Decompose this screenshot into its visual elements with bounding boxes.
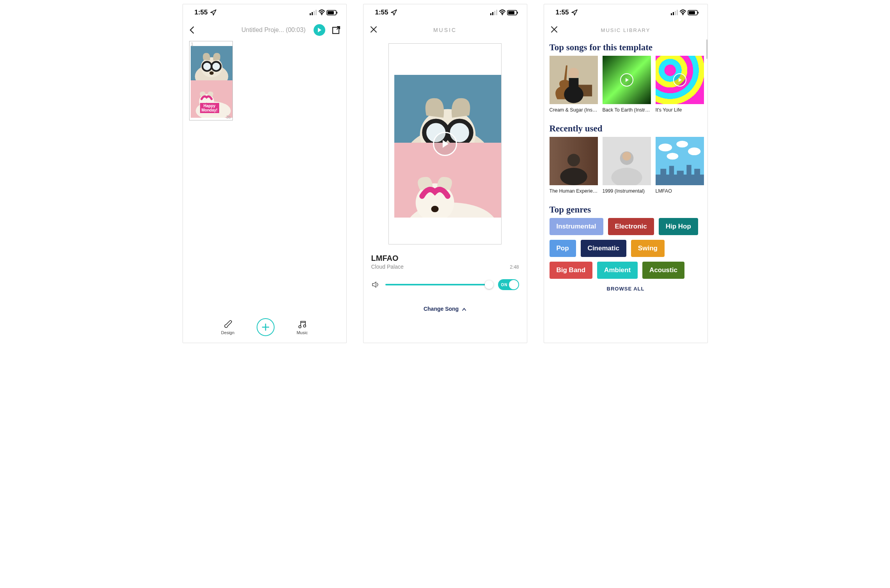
tile-caption: Back To Earth (Instru...	[603, 107, 651, 113]
svg-point-38	[667, 153, 678, 159]
svg-point-33	[622, 152, 631, 160]
status-indicators-icon	[671, 9, 700, 16]
export-icon[interactable]	[332, 25, 341, 35]
song-title: LMFAO	[371, 254, 404, 263]
thumb-image-bottom: Happy Monday!	[191, 80, 232, 118]
back-icon[interactable]	[188, 26, 196, 34]
svg-point-20	[299, 326, 301, 328]
status-time: 1:55	[375, 9, 388, 16]
genre-pill[interactable]: Pop	[550, 240, 576, 257]
svg-rect-44	[694, 169, 700, 177]
tile-caption: 1999 (Instrumental)	[603, 188, 651, 194]
music-header-title: MUSIC	[433, 27, 457, 33]
recent-song-tile[interactable]: 1999 (Instrumental)	[603, 137, 651, 194]
svg-rect-26	[569, 78, 578, 92]
library-header-title: MUSIC LIBRARY	[601, 27, 651, 33]
svg-rect-43	[686, 165, 691, 177]
design-tab[interactable]: Design	[221, 319, 234, 335]
tile-caption: LMFAO	[656, 188, 704, 194]
close-button[interactable]	[370, 26, 378, 35]
svg-point-21	[303, 325, 306, 327]
volume-slider[interactable]	[385, 284, 493, 285]
section-recent: Recently used	[550, 124, 702, 134]
music-tab[interactable]: Music	[296, 319, 308, 335]
svg-point-37	[688, 147, 700, 155]
genre-pill[interactable]: Hip Hop	[659, 218, 698, 235]
play-icon	[677, 77, 683, 83]
section-genres: Top genres	[550, 205, 702, 215]
location-icon	[571, 9, 578, 16]
top-song-tile[interactable]: Cream & Sugar (Instru...	[550, 56, 598, 113]
status-time: 1:55	[556, 9, 569, 16]
plus-icon	[261, 323, 270, 331]
happy-banner: Happy Monday!	[200, 103, 219, 113]
album-art	[550, 137, 598, 185]
tile-play-button[interactable]	[673, 73, 686, 87]
chevron-up-icon	[462, 307, 466, 311]
editor-header: Untitled Proje... (00:03)	[183, 21, 346, 39]
music-header: MUSIC	[363, 21, 527, 39]
svg-point-28	[560, 168, 587, 185]
genre-pill[interactable]: Ambient	[597, 262, 638, 279]
project-title: Untitled Proje... (00:03)	[241, 27, 306, 33]
library-header: MUSIC LIBRARY	[544, 21, 707, 39]
volume-icon[interactable]	[371, 280, 380, 289]
clip-duration: 3s	[226, 115, 231, 119]
clip-thumbnail[interactable]: 1 Happy Monday! 3s	[189, 41, 233, 120]
genre-pill[interactable]: Acoustic	[642, 262, 684, 279]
svg-point-36	[676, 141, 688, 147]
slider-thumb[interactable]	[485, 280, 493, 289]
change-song-button[interactable]: Change Song	[363, 306, 527, 315]
play-icon	[440, 139, 450, 149]
status-bar: 1:55	[183, 4, 346, 21]
tile-caption: The Human Experienc...	[550, 188, 598, 194]
svg-rect-42	[677, 171, 683, 177]
music-note-icon	[297, 319, 307, 329]
play-button[interactable]	[314, 24, 325, 36]
music-toggle[interactable]: ON	[498, 279, 519, 290]
location-icon	[390, 9, 397, 16]
status-bar: 1:55	[544, 4, 707, 21]
song-duration: 2:48	[510, 264, 519, 270]
genre-pill[interactable]: Electronic	[608, 218, 654, 235]
tile-caption: Cream & Sugar (Instru...	[550, 107, 598, 113]
album-art	[656, 56, 704, 104]
screen-music: 1:55 MUSIC LMFAO Cloud Palace 2:48	[363, 4, 527, 343]
top-song-tile[interactable]: Back To Earth (Instru...	[603, 56, 651, 113]
svg-point-29	[567, 154, 580, 166]
status-bar: 1:55	[363, 4, 527, 21]
scroll-indicator	[706, 39, 707, 59]
library-content: Top songs for this template Cream & Suga…	[544, 39, 707, 343]
close-button[interactable]	[550, 26, 558, 35]
genre-pill[interactable]: Instrumental	[550, 218, 603, 235]
thumb-image-top	[191, 46, 232, 83]
genre-pill[interactable]: Cinematic	[581, 240, 626, 257]
genre-pill[interactable]: Swing	[631, 240, 665, 257]
svg-rect-40	[660, 169, 666, 177]
video-preview[interactable]	[388, 43, 502, 244]
song-artist: Cloud Palace	[371, 264, 404, 270]
genre-pill[interactable]: Big Band	[550, 262, 593, 279]
album-art	[603, 137, 651, 185]
editor-bottom-bar: Design Music	[183, 314, 346, 343]
top-song-tile[interactable]: It's Your Life	[656, 56, 704, 113]
status-time: 1:55	[195, 9, 208, 16]
tile-play-button[interactable]	[620, 73, 633, 87]
section-top-songs: Top songs for this template	[550, 43, 702, 53]
svg-point-35	[658, 143, 672, 151]
add-button[interactable]	[257, 318, 275, 336]
location-icon	[210, 9, 217, 16]
current-song: LMFAO Cloud Palace 2:48 ON	[363, 244, 527, 290]
album-art	[603, 56, 651, 104]
status-indicators-icon	[490, 9, 519, 16]
recent-song-tile[interactable]: The Human Experienc...	[550, 137, 598, 194]
close-icon	[370, 26, 378, 34]
preview-play-button[interactable]	[433, 132, 457, 156]
status-indicators-icon	[310, 9, 339, 16]
close-icon	[550, 26, 558, 34]
screen-music-library: 1:55 MUSIC LIBRARY Top songs for this te…	[544, 4, 708, 343]
recent-song-tile[interactable]: LMFAO	[656, 137, 704, 194]
album-art	[550, 56, 598, 104]
svg-rect-41	[669, 166, 674, 176]
browse-all-button[interactable]: BROWSE ALL	[550, 286, 702, 292]
